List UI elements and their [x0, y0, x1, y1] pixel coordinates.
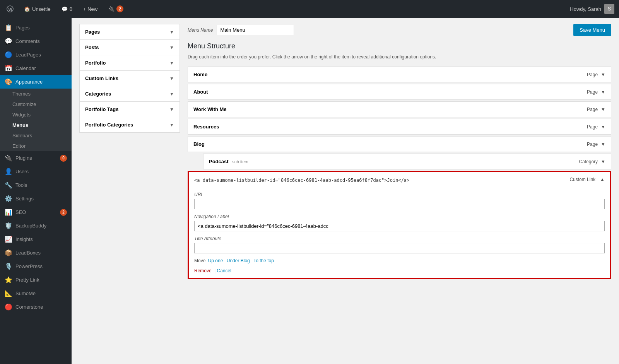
sidebar-item-editor[interactable]: Editor: [0, 141, 72, 151]
sidebar-item-widgets[interactable]: Widgets: [0, 109, 72, 120]
accordion-header-portfolio-tags[interactable]: Portfolio Tags ▼: [80, 102, 180, 117]
sidebar-item-customize[interactable]: Customize: [0, 99, 72, 109]
menu-item-blog[interactable]: Blog Page ▼: [188, 136, 611, 152]
move-to-top-link[interactable]: To the top: [253, 258, 274, 263]
sidebar-item-powerpress[interactable]: 🎙️ PowerPress: [0, 260, 72, 273]
accordion-header-portfolio-categories[interactable]: Portfolio Categories ▼: [80, 117, 180, 132]
sidebar-item-cornerstone[interactable]: 🔴 Cornerstone: [0, 300, 72, 314]
chevron-down-icon-posts: ▼: [169, 45, 174, 50]
wp-logo-icon[interactable]: W: [5, 3, 15, 14]
accordion-portfolio-categories[interactable]: Portfolio Categories ▼: [80, 117, 180, 133]
seo-badge: 2: [116, 5, 123, 12]
url-input[interactable]: [194, 199, 605, 209]
sidebar-item-prettylink[interactable]: ⭐ Pretty Link: [0, 273, 72, 287]
cornerstone-icon: 🔴: [5, 303, 12, 311]
menu-name-row: Menu Name Save Menu: [188, 24, 611, 36]
menu-item-about[interactable]: About Page ▼: [188, 84, 611, 100]
accordion-portfolio-tags[interactable]: Portfolio Tags ▼: [80, 102, 180, 117]
adminbar-site[interactable]: 🏠 Unsettle: [22, 0, 53, 18]
title-attr-input[interactable]: [194, 243, 605, 253]
menu-item-podcast[interactable]: Podcast sub item Category ▼: [203, 154, 611, 169]
chevron-down-icon-resources[interactable]: ▼: [601, 124, 605, 130]
plugins-icon: 🔌: [5, 154, 12, 162]
seo-sidebar-badge: 2: [60, 209, 67, 216]
sidebar-item-tools[interactable]: 🔧 Tools: [0, 178, 72, 192]
sidebar-item-themes[interactable]: Themes: [0, 89, 72, 99]
chevron-down-icon-about[interactable]: ▼: [601, 89, 605, 95]
sidebar-label-leadpages: LeadPages: [15, 52, 41, 58]
home-icon: 🏠: [24, 6, 30, 12]
sidebar-label-users: Users: [15, 169, 29, 174]
svg-text:W: W: [9, 7, 13, 12]
sidebar: 📋 Pages 💬 Comments 🔵 LeadPages 📅 Calenda…: [0, 18, 72, 364]
sidebar-label-cornerstone: Cornerstone: [15, 304, 43, 310]
settings-icon: ⚙️: [5, 195, 12, 202]
sidebar-item-appearance[interactable]: 🎨 Appearance: [0, 75, 72, 89]
sidebar-item-plugins[interactable]: 🔌 Plugins 0: [0, 151, 72, 165]
title-attr-field-group: Title Attribute: [194, 236, 605, 253]
sidebar-item-settings[interactable]: ⚙️ Settings: [0, 192, 72, 205]
sidebar-item-insights[interactable]: 📈 Insights: [0, 232, 72, 246]
chevron-down-icon-categories: ▼: [169, 91, 174, 97]
accordion-posts[interactable]: Posts ▼: [80, 40, 180, 55]
seo-icon: 📊: [5, 208, 12, 216]
nav-label-label: Navigation Label: [194, 214, 605, 219]
accordion-header-portfolio[interactable]: Portfolio ▼: [80, 55, 180, 70]
adminbar-comments[interactable]: 💬 0: [59, 0, 75, 18]
chevron-down-icon-blog[interactable]: ▼: [601, 142, 605, 147]
accordion-custom-links[interactable]: Custom Links ▼: [80, 71, 180, 86]
accordion-header-pages[interactable]: Pages ▼: [80, 24, 180, 39]
chevron-down-icon-podcast[interactable]: ▼: [601, 159, 605, 164]
backupbuddy-icon: 🛡️: [5, 222, 12, 229]
sidebar-item-pages[interactable]: 📋 Pages: [0, 21, 72, 34]
sidebar-label-plugins: Plugins: [15, 155, 32, 161]
sidebar-item-leadboxes[interactable]: 📦 LeadBoxes: [0, 246, 72, 260]
chevron-down-icon-work-with-me[interactable]: ▼: [601, 107, 605, 112]
accordion-pages[interactable]: Pages ▼: [80, 24, 180, 40]
menu-item-label-work-with-me: Work With Me: [193, 106, 227, 112]
sidebar-item-users[interactable]: 👤 Users: [0, 165, 72, 178]
sumome-icon: 📐: [5, 290, 12, 297]
sidebar-label-prettylink: Pretty Link: [15, 277, 39, 283]
remove-link[interactable]: Remove: [194, 268, 212, 273]
cancel-link[interactable]: Cancel: [217, 268, 231, 273]
sidebar-label-leadboxes: LeadBoxes: [15, 250, 41, 256]
nav-label-input[interactable]: [194, 221, 605, 231]
chevron-down-icon-home[interactable]: ▼: [601, 72, 605, 77]
menu-item-work-with-me[interactable]: Work With Me Page ▼: [188, 101, 611, 117]
sidebar-label-insights: Insights: [15, 236, 33, 242]
accordion-portfolio[interactable]: Portfolio ▼: [80, 55, 180, 71]
accordion-header-categories[interactable]: Categories ▼: [80, 86, 180, 101]
menu-item-type-resources: Page: [587, 124, 598, 130]
sidebar-item-menus[interactable]: Menus: [0, 120, 72, 130]
sidebar-item-backupbuddy[interactable]: 🛡️ BackupBuddy: [0, 219, 72, 232]
menu-item-label-home: Home: [193, 72, 207, 77]
adminbar-seo[interactable]: 🔌 2: [106, 0, 126, 18]
move-under-blog-link[interactable]: Under Blog: [227, 258, 250, 263]
menu-item-type-blog: Page: [587, 142, 598, 147]
plugins-badge: 0: [60, 155, 67, 162]
sidebar-label-calendar: Calendar: [15, 65, 36, 71]
accordion-categories[interactable]: Categories ▼: [80, 86, 180, 102]
sidebar-item-comments[interactable]: 💬 Comments: [0, 34, 72, 48]
accordion-label-portfolio: Portfolio: [85, 60, 106, 66]
accordion-header-posts[interactable]: Posts ▼: [80, 40, 180, 55]
leadpages-icon: 🔵: [5, 51, 12, 58]
chevron-down-icon-pages: ▼: [169, 29, 174, 35]
chevron-up-icon-expanded[interactable]: ▲: [600, 177, 605, 182]
sidebar-label-pages: Pages: [15, 25, 30, 31]
sidebar-item-sidebars[interactable]: Sidebars: [0, 130, 72, 141]
menu-item-resources[interactable]: Resources Page ▼: [188, 119, 611, 135]
menu-name-input[interactable]: [217, 25, 294, 35]
move-up-one-link[interactable]: Up one: [208, 258, 223, 263]
accordion-header-custom-links[interactable]: Custom Links ▼: [80, 71, 180, 86]
adminbar-new[interactable]: + New: [81, 0, 100, 18]
calendar-icon: 📅: [5, 65, 12, 72]
sidebar-item-calendar[interactable]: 📅 Calendar: [0, 62, 72, 75]
save-menu-button[interactable]: Save Menu: [573, 24, 611, 36]
sidebar-item-sumome[interactable]: 📐 SumoMe: [0, 287, 72, 300]
menu-item-home[interactable]: Home Page ▼: [188, 67, 611, 82]
menu-item-label-about: About: [193, 89, 208, 95]
sidebar-item-seo[interactable]: 📊 SEO 2: [0, 205, 72, 219]
sidebar-item-leadpages[interactable]: 🔵 LeadPages: [0, 48, 72, 62]
